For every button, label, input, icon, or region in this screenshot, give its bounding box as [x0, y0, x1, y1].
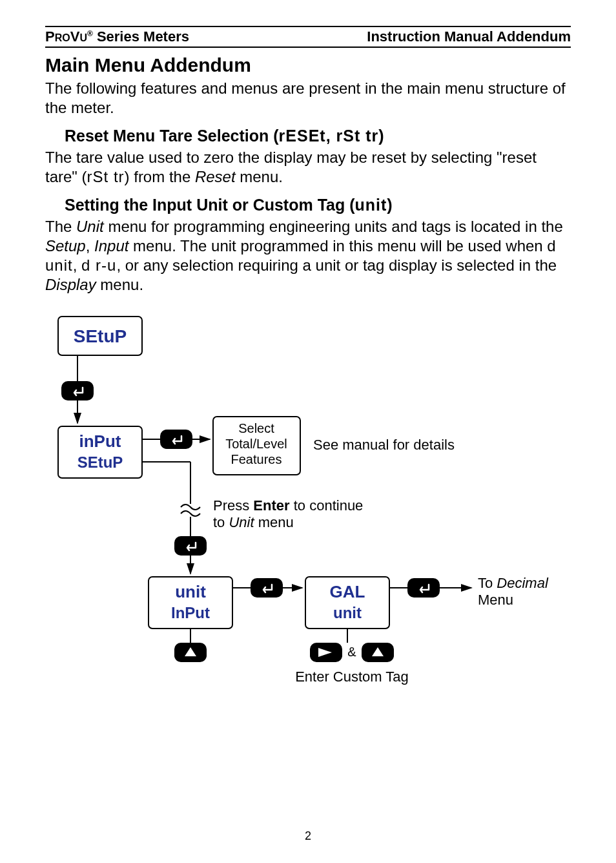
- svg-rect-6: [160, 430, 192, 449]
- select-line2: Total/Level: [225, 437, 287, 451]
- svg-rect-13: [174, 536, 207, 556]
- series-text: Series Meters: [93, 28, 189, 45]
- p3b: menu for programming engineering units a…: [104, 218, 563, 235]
- select-line3: Features: [231, 452, 282, 466]
- p3e: ,: [73, 256, 81, 274]
- to-decimal-line2: Menu: [478, 592, 513, 608]
- p3-setup: Setup: [45, 237, 86, 255]
- brand-ro: RO: [55, 32, 70, 43]
- p3-unit: Unit: [76, 218, 104, 235]
- svg-rect-21: [407, 578, 440, 598]
- reset-heading-suffix: ): [378, 127, 384, 145]
- unit-paragraph: The Unit menu for programming engineerin…: [45, 217, 571, 295]
- svg-rect-2: [61, 381, 94, 400]
- setup-box-label: SEtuP: [74, 326, 127, 346]
- p3g: menu.: [96, 276, 143, 293]
- intro-paragraph: The following features and menus are pre…: [45, 79, 571, 118]
- gal-box-bot: unit: [333, 604, 362, 621]
- reset-p-italic: Reset: [195, 168, 236, 185]
- reset-heading: Reset Menu Tare Selection (rESEt, rSt tr…: [65, 127, 571, 145]
- reg-mark: ®: [87, 29, 93, 38]
- brand-u: U: [79, 32, 87, 43]
- enter-custom-text: Enter Custom Tag: [295, 669, 409, 685]
- p3-seg2: d r-u: [81, 256, 116, 274]
- input-box-bot: SEtuP: [77, 453, 123, 471]
- unit-heading-suffix: ): [387, 196, 392, 214]
- reset-p-b: ) from the: [125, 168, 195, 185]
- to-decimal-line1: To Decimal: [478, 575, 549, 591]
- menu-diagram: SEtuP inPut SEtuP Select Total/Level Fea…: [45, 310, 571, 713]
- brand-p: P: [45, 28, 55, 45]
- to-unit-text: to Unit menu: [213, 514, 294, 530]
- p3a: The: [45, 218, 76, 235]
- unit-heading-prefix: Setting the Input Unit or Custom Tag (: [65, 196, 355, 214]
- p3c: ,: [86, 237, 94, 255]
- unit-heading: Setting the Input Unit or Custom Tag (un…: [65, 196, 571, 214]
- p3-input: Input: [94, 237, 128, 255]
- gal-box-top: GAL: [330, 582, 365, 601]
- amp-text: &: [347, 645, 356, 659]
- header-left: PROVU® Series Meters: [45, 28, 189, 45]
- see-manual-text: See manual for details: [313, 437, 455, 453]
- reset-heading-prefix: Reset Menu Tare Selection (: [65, 127, 279, 145]
- unit-box-bot: InPut: [171, 604, 210, 621]
- reset-paragraph: The tare value used to zero the display …: [45, 148, 571, 187]
- header-right: Instruction Manual Addendum: [367, 28, 571, 45]
- unit-box-top: unit: [175, 582, 206, 601]
- press-enter-text: Press Enter to continue: [213, 497, 363, 514]
- svg-rect-17: [251, 578, 283, 598]
- select-line1: Select: [238, 421, 274, 435]
- p3d: menu. The unit programmed in this menu w…: [128, 237, 547, 255]
- unit-heading-seg: unit: [355, 196, 387, 214]
- page-header: PROVU® Series Meters Instruction Manual …: [45, 28, 571, 48]
- brand-v: V: [70, 28, 80, 45]
- reset-p-c: menu.: [236, 168, 283, 185]
- reset-heading-seg: rESEt, rSt tr: [279, 127, 379, 145]
- reset-p-seg: rSt tr: [87, 168, 125, 185]
- page-number: 2: [45, 829, 571, 843]
- p3f: , or any selection requiring a unit or t…: [116, 256, 557, 274]
- p3-display: Display: [45, 276, 96, 293]
- input-box-top: inPut: [79, 432, 121, 451]
- main-heading: Main Menu Addendum: [45, 54, 571, 76]
